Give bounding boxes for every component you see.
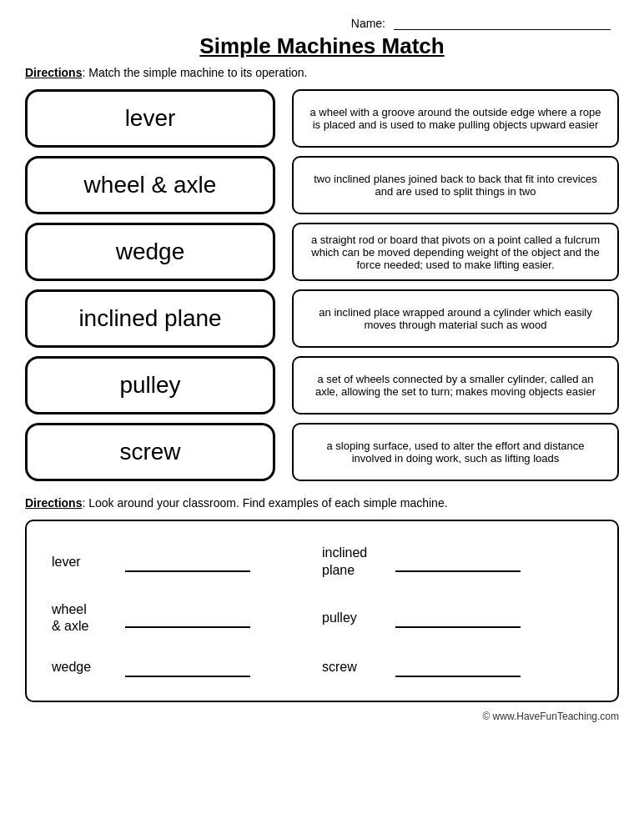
desc-5: a set of wheels connected by a smaller c… [292,356,619,414]
example-wedge: wedge [52,651,322,684]
directions1: Directions: Match the simple machine to … [25,66,619,79]
directions2: Directions: Look around your classroom. … [25,496,619,510]
name-label: Name: [351,17,385,30]
machines-column: lever wheel & axle wedge inclined plane … [25,89,275,481]
screw-label: screw [322,660,389,675]
lever-label: lever [52,555,118,570]
machine-wheel-axle: wheel & axle [25,156,275,214]
machine-lever: lever [25,89,275,148]
directions1-text: : Match the simple machine to its operat… [82,66,307,79]
desc-2: two inclined planes joined back to back … [292,156,619,214]
pulley-label: pulley [322,610,389,626]
name-row: Name: [25,17,619,30]
footer: © www.HaveFunTeaching.com [25,711,619,722]
machine-screw: screw [25,423,275,481]
example-wheel-axle: wheel & axle [52,595,322,643]
machine-wedge: wedge [25,223,275,281]
desc-1: a wheel with a groove around the outside… [292,89,619,148]
lever-field[interactable] [125,552,250,572]
name-underline [394,17,611,30]
directions1-bold: Directions [25,66,82,79]
wheel-axle-label: wheel & axle [52,601,118,636]
inclined-plane-field[interactable] [395,552,521,572]
example-screw: screw [322,651,592,684]
screw-field[interactable] [395,657,521,677]
desc-3: a straight rod or board that pivots on a… [292,223,619,281]
desc-6: a sloping surface, used to alter the eff… [292,423,619,481]
desc-4: an inclined place wrapped around a cylin… [292,289,619,348]
example-inclined-plane: inclined plane [322,538,592,586]
example-pulley: pulley [322,595,592,643]
inclined-plane-label: inclined plane [322,545,389,580]
machine-pulley: pulley [25,356,275,414]
examples-section: lever inclined plane wheel & axle pulley… [25,520,619,702]
descriptions-column: a wheel with a groove around the outside… [292,89,619,481]
examples-grid: lever inclined plane wheel & axle pulley… [52,538,592,684]
directions2-bold: Directions [25,496,82,510]
wheel-axle-field[interactable] [125,608,250,628]
machine-inclined-plane: inclined plane [25,289,275,348]
wedge-label: wedge [52,660,118,675]
pulley-field[interactable] [395,608,521,628]
match-section: lever wheel & axle wedge inclined plane … [25,89,619,481]
directions2-text: : Look around your classroom. Find examp… [82,496,447,510]
page-title: Simple Machines Match [25,33,619,59]
wedge-field[interactable] [125,657,250,677]
example-lever: lever [52,538,322,586]
